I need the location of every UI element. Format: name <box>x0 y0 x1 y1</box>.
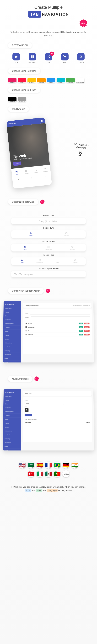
home-icon[interactable]: ○ <box>31 176 33 179</box>
sidebar-item[interactable]: Language <box>3 349 21 353</box>
sidebar-item[interactable]: Localization <box>3 433 21 437</box>
icon-item-home[interactable]: Home <box>13 53 20 63</box>
edit-button[interactable]: Edit <box>79 334 83 335</box>
icon-item-gear[interactable]: Settings <box>77 53 84 63</box>
status-toggle[interactable] <box>30 312 90 314</box>
icon-preview[interactable] <box>25 408 29 412</box>
footer-tab[interactable]: Settings <box>66 259 84 264</box>
footer-custom-input[interactable]: Your Tab Navigator <box>11 271 86 278</box>
admin-config-mockup: ✈ FLYWEB DashboardPagesSliderNavigationT… <box>3 301 94 362</box>
footer-tab[interactable]: Sales <box>49 259 66 264</box>
icon-item-percent[interactable]: NewSale <box>45 53 52 63</box>
sidebar-item[interactable]: Dashboard <box>4 306 21 310</box>
footer-one-title: Footer One <box>11 214 86 217</box>
back-icon[interactable]: ◁ <box>18 178 20 180</box>
footer-tab[interactable]: Categories <box>37 246 60 250</box>
cart-icon <box>41 119 44 122</box>
config-admin-row: Config Your Tab from Admin New <box>3 281 94 298</box>
section-customize-footer: Customize Footer App <box>8 199 38 205</box>
sidebar-item[interactable]: Users <box>3 445 21 448</box>
footer-tab[interactable]: Home <box>13 246 37 250</box>
final-text: FlyWeb lets you can change Tab Navigatio… <box>3 482 94 495</box>
sidebar-item[interactable]: Language <box>3 437 21 441</box>
label-input[interactable]: Home <box>25 402 64 405</box>
sidebar-item[interactable]: Dashboard <box>4 394 21 398</box>
color-chip[interactable]: Gradient 4 <box>37 78 46 83</box>
sidebar-item[interactable]: Category <box>3 326 21 330</box>
color-label: YOUR GRADIENT <box>76 82 84 83</box>
sidebar-item[interactable]: Translation <box>3 353 21 357</box>
sidebar-item[interactable]: Roles <box>3 360 21 362</box>
delete-button[interactable]: Delete <box>83 326 89 328</box>
sidebar-item[interactable]: Onboarding <box>3 429 21 433</box>
bottom-icon-row: HomeCategoriesNewSaleCartSettings <box>3 50 94 66</box>
delete-button[interactable]: Delete <box>84 334 89 335</box>
sidebar-item[interactable]: Navigation <box>4 318 21 322</box>
icon-label: Settings <box>78 62 84 63</box>
sidebar-item[interactable]: Roles <box>3 448 21 450</box>
phone-tab[interactable]: Catego... <box>21 167 31 176</box>
sidebar-item[interactable]: Slider <box>4 402 21 406</box>
icon-item-cart[interactable]: Cart <box>61 53 68 63</box>
edit-button[interactable]: Edit <box>78 322 83 324</box>
admin-header: Configuration Tab Tab Navigation / Confi… <box>23 303 91 308</box>
section-tab-dynamic: Tab Dynamic <box>8 106 29 112</box>
dark-color-row: Gradient 8Gradient 10 <box>3 95 94 104</box>
edit-button[interactable]: Edit <box>79 330 83 332</box>
sidebar-item[interactable]: Setting <box>3 330 21 333</box>
color-chip[interactable]: Gradient 1 <box>8 78 17 83</box>
admin-page-title: Configuration Tab <box>25 304 39 306</box>
color-chip[interactable]: Gradient 2 <box>18 78 26 83</box>
edit-button[interactable]: Edit <box>78 326 83 328</box>
sidebar-item[interactable]: Users <box>3 357 21 360</box>
sidebar-item[interactable]: Translation <box>3 441 21 445</box>
flag-icon: 🇫🇷 <box>45 462 52 468</box>
footer-tab[interactable]: Home <box>13 232 49 236</box>
delete-button[interactable]: Delete <box>84 330 89 332</box>
sidebar-item[interactable]: Pages <box>4 310 21 314</box>
sidebar-item[interactable]: Tab Navigation <box>3 410 21 414</box>
admin-content: Status Position HomeEditDeleteCategories… <box>23 309 92 354</box>
sidebar-item[interactable]: Category <box>3 414 21 418</box>
footer-tab[interactable]: Settings <box>60 246 84 250</box>
table-row: HomeEditDelete <box>25 322 90 325</box>
sidebar-item[interactable]: Navigation <box>4 406 21 410</box>
icon-item-grid[interactable]: Categories <box>29 53 36 63</box>
sidebar-item[interactable]: Localization <box>3 345 21 349</box>
color-chip[interactable]: Gradient 7 <box>66 78 75 83</box>
color-chip[interactable]: Gradient 8 <box>8 97 17 102</box>
admin-sidebar: ✈ FLYWEB DashboardPagesSliderNavigationT… <box>3 389 21 450</box>
color-chip[interactable]: Gradient 6 <box>57 78 65 83</box>
phone-tab[interactable]: Settings <box>40 165 51 174</box>
phone-mockup: FlyWeb Fly Web Convert your Web Site to … <box>6 117 52 189</box>
delete-button[interactable]: Delete <box>83 322 89 324</box>
icon-label: Cart <box>63 62 66 63</box>
sidebar-item[interactable]: Theme <box>3 333 21 337</box>
phone-section: FlyWeb Fly Web Convert your Web Site to … <box>3 114 94 192</box>
sidebar-item[interactable]: Splash <box>3 425 21 429</box>
footer-tab[interactable]: Settings <box>49 232 84 236</box>
save-button[interactable]: Save <box>25 414 32 416</box>
sidebar-item[interactable]: Slider <box>4 314 21 318</box>
footer-tab[interactable]: Categories <box>31 259 49 264</box>
sidebar-item[interactable]: Splash <box>3 337 21 341</box>
flag-icon: 🇲🇽 <box>45 470 52 477</box>
table-row: SalesEditDelete <box>25 329 90 333</box>
admin-main: Configuration Tab Tab Navigation / Confi… <box>21 301 94 362</box>
hero-start-button[interactable]: Start <box>13 161 21 166</box>
sidebar-item[interactable]: Tab Navigation <box>3 322 21 326</box>
sidebar-item[interactable]: Setting <box>3 418 21 422</box>
sidebar-item[interactable]: Pages <box>4 398 21 402</box>
recent-icon[interactable]: □ <box>44 175 45 178</box>
color-chip[interactable]: Gradient 10 <box>18 97 26 102</box>
position-select[interactable] <box>31 316 90 319</box>
footer-tab[interactable]: Home <box>13 259 31 264</box>
phone-tab[interactable]: Home <box>11 168 22 178</box>
color-chip[interactable]: Gradient 5 <box>47 78 55 83</box>
sidebar-item[interactable]: Onboarding <box>3 341 21 345</box>
sidebar-item[interactable]: Theme <box>3 422 21 425</box>
color-chip[interactable]: Gradient 3 <box>28 78 36 83</box>
color-chip[interactable]: YOUR GRADIENT <box>76 78 84 83</box>
phone-tab[interactable]: Sales <box>31 166 41 176</box>
flag-icon: 🇸🇦 <box>28 462 35 468</box>
